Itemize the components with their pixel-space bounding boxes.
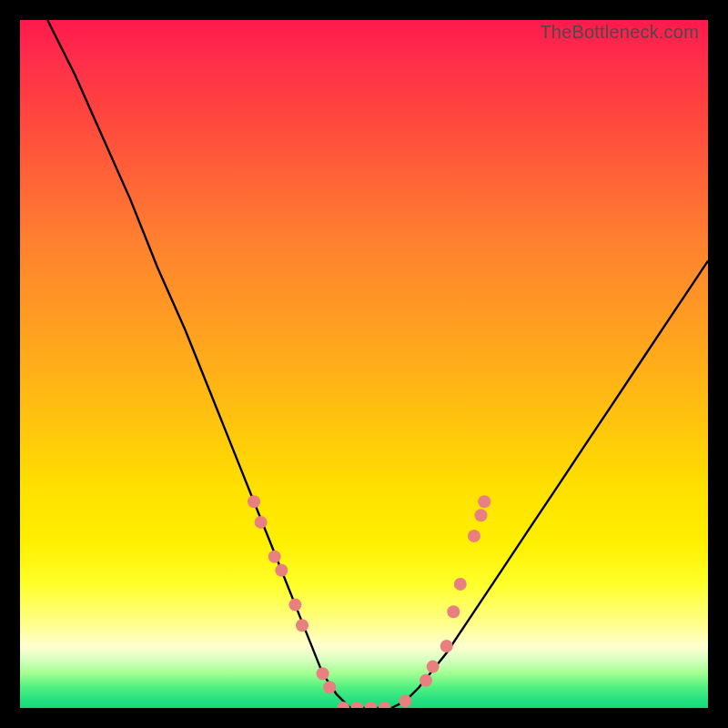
marker-dot (350, 702, 363, 708)
marker-dot (248, 495, 260, 508)
marker-dot (420, 674, 432, 687)
marker-dot (399, 694, 411, 707)
marker-dot (288, 599, 301, 612)
marker-dot (365, 702, 378, 708)
marker-dot (478, 495, 490, 508)
marker-dot (317, 667, 329, 680)
marker-dot (468, 530, 480, 542)
curve-line (47, 20, 708, 708)
outer-frame: TheBottleneck.com (0, 0, 728, 728)
marker-dot (475, 509, 488, 521)
marker-dot (337, 702, 349, 708)
marker-dot (440, 640, 453, 652)
curve-markers (248, 495, 490, 708)
marker-dot (268, 551, 281, 563)
marker-dot (447, 605, 460, 618)
plot-area: TheBottleneck.com (20, 20, 708, 708)
marker-dot (323, 681, 336, 693)
watermark-text: TheBottleneck.com (540, 22, 699, 43)
marker-dot (255, 516, 268, 529)
chart-svg (20, 20, 708, 708)
marker-dot (454, 578, 467, 591)
marker-dot (379, 702, 391, 708)
marker-dot (275, 564, 288, 577)
marker-dot (296, 619, 308, 632)
marker-dot (427, 661, 440, 673)
